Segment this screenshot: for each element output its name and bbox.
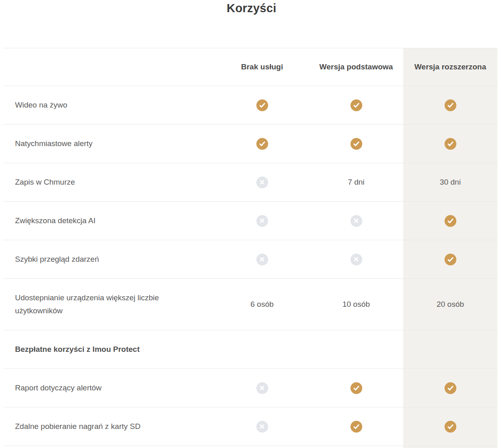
header-wersja-rozszerzona: Wersja rozszerzona — [403, 48, 497, 86]
check-icon — [350, 138, 362, 150]
value-cell — [215, 369, 309, 407]
value-cell — [403, 86, 497, 124]
check-icon — [350, 382, 362, 394]
table-row: Zwiększona detekcja AI — [3, 202, 497, 240]
table-row: Udostepnianie urządzenia większej liczbi… — [3, 279, 497, 330]
value-cell — [403, 369, 497, 407]
check-icon — [445, 215, 456, 227]
value-cell — [215, 163, 309, 201]
value-cell — [403, 407, 497, 446]
table-row: Zapis w Chmurze7 dni30 dni — [3, 163, 497, 202]
section-header-row: Bezpłatne korzyści z Imou Protect — [3, 330, 497, 369]
feature-label: Zapis w Chmurze — [3, 163, 215, 201]
feature-label: Zdalne pobieranie nagrań z karty SD — [3, 407, 215, 446]
check-icon — [445, 421, 456, 433]
check-icon — [256, 99, 268, 111]
header-blank-cell — [3, 48, 215, 86]
benefits-table: Brak usługi Wersja podstawowa Wersja roz… — [3, 48, 497, 448]
table-body: Wideo na żywoNatychmiastowe alertyZapis … — [3, 86, 497, 446]
check-icon — [445, 382, 456, 394]
value-cell — [309, 407, 403, 446]
feature-label: Zwiększona detekcja AI — [3, 202, 215, 240]
feature-label: Szybki przegląd zdarzeń — [3, 240, 215, 278]
value-cell — [309, 202, 403, 240]
cross-icon — [256, 421, 268, 433]
cross-icon — [350, 254, 362, 265]
value-cell: 7 dni — [309, 163, 403, 201]
value-cell — [309, 240, 403, 278]
check-icon — [350, 421, 362, 433]
value-cell — [215, 330, 309, 368]
check-icon — [350, 99, 362, 111]
value-cell — [403, 330, 497, 368]
feature-label: Wideo na żywo — [3, 86, 215, 124]
value-cell — [215, 407, 309, 446]
table-row: Wideo na żywo — [3, 86, 497, 125]
value-cell — [309, 125, 403, 163]
feature-label: Udostepnianie urządzenia większej liczbi… — [3, 279, 215, 330]
table-header-row: Brak usługi Wersja podstawowa Wersja roz… — [3, 48, 497, 86]
section-title: Bezpłatne korzyści z Imou Protect — [3, 330, 215, 368]
cross-icon — [256, 215, 268, 227]
check-icon — [445, 254, 456, 265]
check-icon — [256, 138, 268, 150]
highlight-column-tail — [3, 446, 497, 448]
cross-icon — [256, 254, 268, 265]
value-cell — [215, 240, 309, 278]
check-icon — [445, 99, 456, 111]
value-cell — [309, 369, 403, 407]
check-icon — [445, 138, 456, 150]
value-cell — [215, 125, 309, 163]
header-brak-uslugi: Brak usługi — [215, 48, 309, 86]
feature-label: Natychmiastowe alerty — [3, 125, 215, 163]
table-row: Szybki przegląd zdarzeń — [3, 240, 497, 279]
header-wersja-podstawowa: Wersja podstawowa — [309, 48, 403, 86]
cross-icon — [350, 215, 362, 227]
value-cell: 20 osób — [403, 279, 497, 330]
value-cell — [403, 240, 497, 278]
feature-label: Raport dotyczący alertów — [3, 369, 215, 407]
table-row: Natychmiastowe alerty — [3, 125, 497, 163]
value-cell — [403, 202, 497, 240]
value-cell — [215, 86, 309, 124]
value-cell — [215, 202, 309, 240]
cross-icon — [256, 177, 268, 188]
cross-icon — [256, 382, 268, 394]
value-cell — [403, 125, 497, 163]
table-row: Raport dotyczący alertów — [3, 369, 497, 407]
value-cell: 30 dni — [403, 163, 497, 201]
value-cell: 6 osób — [215, 285, 309, 323]
page-title: Korzyści — [0, 0, 503, 16]
value-cell — [309, 86, 403, 124]
value-cell — [309, 330, 403, 368]
value-cell: 10 osób — [309, 285, 403, 323]
table-row: Zdalne pobieranie nagrań z karty SD — [3, 407, 497, 446]
